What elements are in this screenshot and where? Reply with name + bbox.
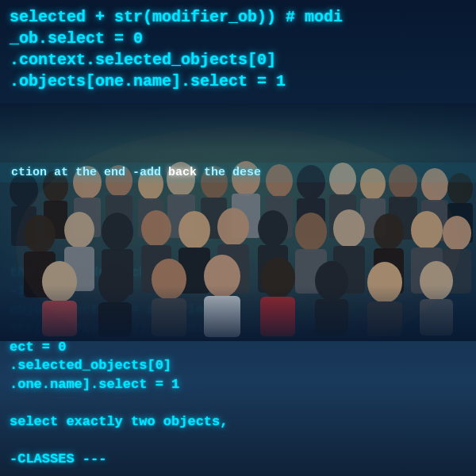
code-bottom-11: -CLASSES ---	[10, 450, 466, 468]
code-line-4: .objects[one.name].select = 1	[10, 71, 466, 92]
photo-overlay-top	[0, 103, 476, 151]
main-container: selected + str(modifier_ob)) # modi _ob.…	[0, 0, 476, 476]
code-bottom-10	[10, 431, 466, 449]
code-line-2: _ob.select = 0	[10, 28, 466, 49]
code-line-1: selected + str(modifier_ob)) # modi	[10, 6, 466, 28]
code-bottom-9: select exactly two objects,	[10, 413, 466, 431]
group-photo	[0, 103, 476, 341]
code-line-mid: ction at the end -add back the dese	[11, 164, 465, 181]
code-bottom-7: .one.name].select = 1	[10, 375, 466, 393]
code-line-3: .context.selected_objects[0]	[10, 49, 466, 71]
code-bottom-6: .selected_objects[0]	[10, 356, 466, 374]
code-bottom-8	[10, 393, 466, 412]
photo-overlay-bottom	[0, 286, 476, 341]
code-mid-section: ction at the end -add back the dese	[0, 163, 476, 182]
highlight-back: back	[168, 166, 197, 179]
